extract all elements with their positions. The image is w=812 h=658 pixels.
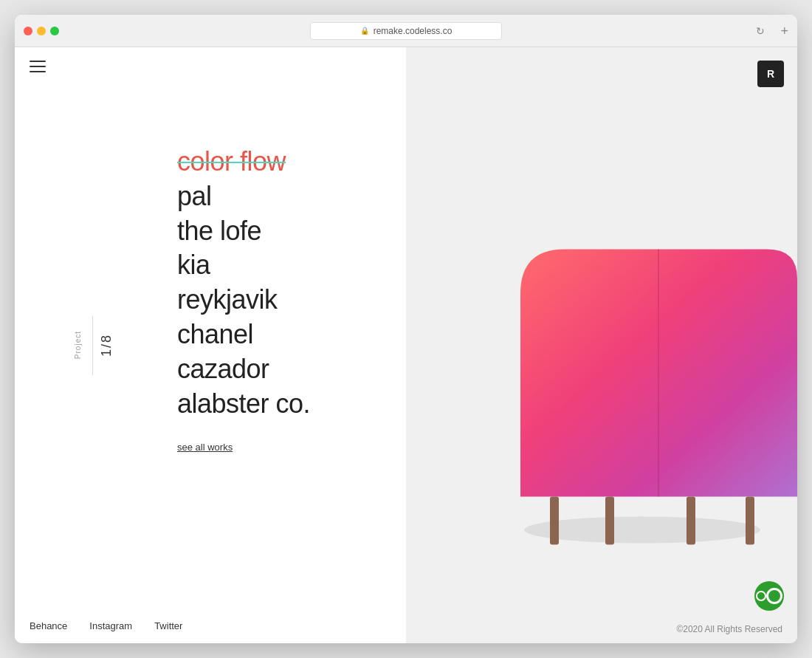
svg-rect-6	[746, 497, 754, 545]
traffic-lights	[24, 27, 59, 35]
furniture-image	[406, 47, 797, 643]
right-panel: R	[406, 47, 797, 643]
lock-icon: 🔒	[360, 27, 369, 35]
project-item-1[interactable]: color flow	[177, 145, 406, 179]
footer-link-twitter[interactable]: Twitter	[154, 620, 182, 631]
hamburger-line-3	[30, 71, 46, 72]
project-counter: Project 1/8	[74, 316, 114, 375]
project-item-4[interactable]: kia	[177, 248, 406, 283]
browser-window: 🔒 remake.codeless.co ↻ + Project 1/	[15, 15, 797, 643]
counter-label: Project	[74, 331, 82, 359]
svg-rect-5	[687, 497, 695, 545]
project-item-6[interactable]: chanel	[177, 318, 406, 352]
left-footer: Behance Instagram Twitter	[15, 609, 406, 643]
fab-button[interactable]	[754, 581, 784, 611]
left-header	[15, 47, 406, 86]
hamburger-menu[interactable]	[30, 61, 46, 72]
hamburger-line-1	[30, 61, 46, 62]
new-tab-button[interactable]: +	[780, 24, 788, 38]
project-item-5[interactable]: reykjavik	[177, 283, 406, 318]
fab-icon	[756, 591, 766, 601]
close-button[interactable]	[24, 27, 32, 35]
counter-numbers: 1/8	[99, 334, 114, 357]
svg-rect-3	[550, 497, 559, 545]
right-footer: ©2020 All Rights Reserved	[406, 615, 797, 643]
hamburger-line-2	[30, 66, 46, 67]
counter-divider	[92, 316, 93, 375]
minimize-button[interactable]	[37, 27, 46, 35]
svg-point-1	[524, 517, 760, 544]
maximize-button[interactable]	[50, 27, 59, 35]
refresh-button[interactable]: ↻	[756, 25, 765, 37]
address-bar[interactable]: 🔒 remake.codeless.co	[310, 22, 502, 40]
project-item-3[interactable]: the lofe	[177, 214, 406, 249]
see-all-works-link[interactable]: see all works	[177, 442, 233, 453]
project-item-2[interactable]: pal	[177, 179, 406, 214]
counter-separator: /	[99, 343, 114, 348]
page-content: Project 1/8 color flow pal the lofe kia …	[15, 47, 797, 643]
counter-current: 1	[99, 348, 114, 357]
furniture-svg	[406, 47, 797, 643]
footer-link-instagram[interactable]: Instagram	[89, 620, 132, 631]
project-item-8[interactable]: alabster co.	[177, 387, 406, 422]
footer-link-behance[interactable]: Behance	[30, 620, 67, 631]
svg-rect-4	[605, 497, 614, 545]
browser-chrome: 🔒 remake.codeless.co ↻ +	[15, 15, 797, 47]
project-item-7[interactable]: cazador	[177, 352, 406, 387]
counter-total: 8	[99, 334, 114, 343]
url-text: remake.codeless.co	[374, 26, 453, 36]
copyright-text: ©2020 All Rights Reserved	[676, 624, 782, 634]
left-panel: Project 1/8 color flow pal the lofe kia …	[15, 47, 406, 643]
